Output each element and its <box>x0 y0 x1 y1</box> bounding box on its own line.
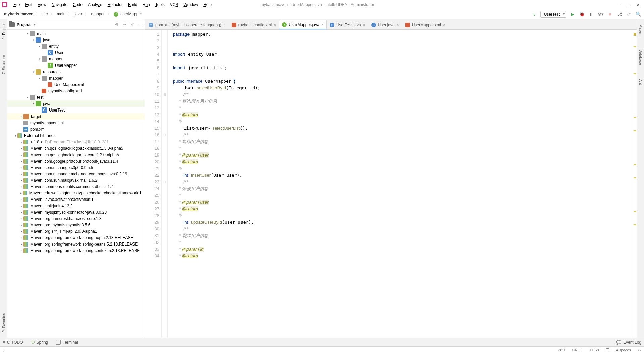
tree-mapper-res[interactable]: ▾mapper <box>7 75 145 81</box>
crumb-main[interactable]: main <box>55 11 67 17</box>
tree-library[interactable]: ▸Maven: javax.activation:activation:1.1 <box>7 196 145 203</box>
tree-library[interactable]: ▸Maven: org.mybatis:mybatis:3.5.6 <box>7 222 145 228</box>
search-button[interactable]: 🔍 <box>635 11 641 17</box>
tree-library[interactable]: ▸Maven: org.springframework:spring-beans… <box>7 241 145 247</box>
tree-library[interactable]: ▸Maven: org.springframework:spring-conte… <box>7 247 145 254</box>
maximize-button[interactable]: □ <box>628 2 630 7</box>
status-encoding[interactable]: UTF-8 <box>589 348 599 352</box>
tree-library[interactable]: ▸Maven: com.sun.mail:javax.mail:1.6.2 <box>7 177 145 183</box>
tool-maven[interactable]: Maven <box>639 22 643 37</box>
tab-user-java[interactable]: CUser.java× <box>368 20 402 29</box>
tab-usertest-java[interactable]: CUserTest.java× <box>327 20 368 29</box>
tree-library[interactable]: ▸Maven: org.springframework:spring-aop:5… <box>7 234 145 241</box>
tree-usermapper[interactable]: IUserMapper <box>7 62 145 69</box>
menu-vcs[interactable]: VCS <box>168 1 180 8</box>
tab-mybatis-config[interactable]: mybatis-config.xml× <box>229 20 279 29</box>
tree-library[interactable]: ▸Maven: commons-dbutils:commons-dbutils:… <box>7 183 145 190</box>
crumb-project[interactable]: mybatis-maven <box>3 11 35 17</box>
tree-external-libraries[interactable]: ▾External Libraries <box>7 132 145 139</box>
tree-jdk[interactable]: ▸< 1.8 >D:\Program Files\Java\jdk1.8.0_2… <box>7 139 145 145</box>
update-button[interactable]: ⟳ <box>626 11 632 17</box>
tool-spring[interactable]: ⬡Spring <box>31 340 48 345</box>
close-tab-icon[interactable]: × <box>363 23 365 27</box>
tree-library[interactable]: ▸Maven: mysql:mysql-connector-java:8.0.2… <box>7 209 145 215</box>
status-position[interactable]: 38:1 <box>558 348 565 352</box>
tree-library[interactable]: ▸Maven: org.hamcrest:hamcrest-core:1.3 <box>7 215 145 222</box>
tree-target[interactable]: ▸target <box>7 113 145 120</box>
status-readonly-icon[interactable] <box>606 348 609 352</box>
tree-test-java[interactable]: ▾java <box>7 100 145 107</box>
close-button[interactable]: ✕ <box>636 2 640 7</box>
run-config-selector[interactable]: UserTest <box>540 11 566 18</box>
tab-usermapper-xml[interactable]: UserMapper.xml× <box>402 20 448 29</box>
tree-library[interactable]: ▸Maven: edu.washington.cs.types.checker:… <box>7 190 145 196</box>
locate-icon[interactable]: ⊕ <box>115 22 119 27</box>
collapse-icon[interactable]: ⇥ <box>123 22 126 27</box>
minimize-button[interactable]: — <box>617 2 622 7</box>
status-line-sep[interactable]: CRLF <box>572 348 582 352</box>
build-icon[interactable]: ↘ <box>531 11 537 17</box>
code-editor[interactable]: package mapper; import entity.User; impo… <box>168 30 633 338</box>
tab-pom[interactable]: mpom.xml (mybatis-operate-fangneng)× <box>146 20 229 29</box>
tool-favorites[interactable]: 2: Favorites <box>2 311 6 334</box>
tree-library[interactable]: ▸Maven: ch.qos.logback:logback-classic:1… <box>7 145 145 151</box>
tool-terminal[interactable]: Terminal <box>56 340 78 345</box>
tree-library[interactable]: ▸Maven: ch.qos.logback:logback-core:1.3.… <box>7 151 145 158</box>
stop-button[interactable]: ■ <box>607 11 613 17</box>
menu-analyze[interactable]: Analyze <box>86 1 104 8</box>
tree-iml[interactable]: mybatis-maven.iml <box>7 120 145 126</box>
tool-ant[interactable]: Ant <box>639 77 643 87</box>
status-inspections-icon[interactable]: ☺ <box>638 348 641 352</box>
debug-button[interactable]: 🐞 <box>579 11 585 17</box>
run-button[interactable]: ▶ <box>570 11 576 17</box>
git-button[interactable]: ⎇ <box>616 11 623 17</box>
tree-usermapper-xml[interactable]: UserMapper.xml <box>7 81 145 88</box>
menu-help[interactable]: Help <box>201 1 214 8</box>
tree-entity[interactable]: ▾entity <box>7 43 145 49</box>
tree-main[interactable]: ▾main <box>7 30 145 37</box>
project-title[interactable]: Project ▾ <box>9 22 36 27</box>
tree-pom[interactable]: mpom.xml <box>7 126 145 132</box>
menu-navigate[interactable]: Navigate <box>50 1 69 8</box>
tool-eventlog[interactable]: 💬Event Log <box>616 340 641 345</box>
menu-file[interactable]: File <box>11 1 22 8</box>
crumb-java[interactable]: java <box>73 11 83 17</box>
crumb-class[interactable]: IUserMapper <box>112 11 143 17</box>
close-tab-icon[interactable]: × <box>321 22 324 27</box>
tree-test[interactable]: ▾test <box>7 94 145 100</box>
tree-library[interactable]: ▸Maven: com.mchange:c3p0:0.9.5.5 <box>7 164 145 171</box>
tool-project[interactable]: 1: Project <box>2 21 6 41</box>
close-tab-icon[interactable]: × <box>223 23 226 27</box>
tree-library[interactable]: ▸Maven: junit:junit:4.13.2 <box>7 203 145 209</box>
menu-view[interactable]: View <box>36 1 48 8</box>
tree-library[interactable]: ▸Maven: com.mchange:mchange-commons-java… <box>7 171 145 177</box>
project-tree[interactable]: ▾main ▾java ▾entity CUser ▾mapper IUserM… <box>7 30 145 338</box>
close-tab-icon[interactable]: × <box>397 23 399 27</box>
tool-database[interactable]: Database <box>639 47 643 67</box>
tool-todo[interactable]: ≡6: TODO <box>3 340 23 345</box>
tab-usermapper-java[interactable]: IUserMapper.java× <box>279 20 327 29</box>
menu-code[interactable]: Code <box>71 1 85 8</box>
tree-java[interactable]: ▾java <box>7 37 145 43</box>
menu-refactor[interactable]: Refactor <box>106 1 125 8</box>
settings-icon[interactable]: ✲ <box>130 22 134 27</box>
close-tab-icon[interactable]: × <box>274 23 276 27</box>
menu-tools[interactable]: Tools <box>153 1 167 8</box>
marker-strip[interactable] <box>633 30 637 338</box>
tree-user[interactable]: CUser <box>7 49 145 56</box>
tree-mybatis-cfg[interactable]: mybatis-config.xml <box>7 88 145 94</box>
tool-structure[interactable]: 7: Structure <box>2 53 6 76</box>
tree-library[interactable]: ▸Maven: org.slf4j:slf4j-api:2.0.0-alpha1 <box>7 228 145 234</box>
tree-mapper-pkg[interactable]: ▾mapper <box>7 56 145 62</box>
menu-run[interactable]: Run <box>141 1 152 8</box>
tree-resources[interactable]: ▾resources <box>7 69 145 75</box>
tree-library[interactable]: ▸Maven: com.google.protobuf:protobuf-jav… <box>7 158 145 164</box>
crumb-src[interactable]: src <box>41 11 49 17</box>
menu-build[interactable]: Build <box>126 1 139 8</box>
close-tab-icon[interactable]: × <box>443 23 445 27</box>
profile-button[interactable]: ⊙▾ <box>598 11 604 17</box>
tree-usertest[interactable]: CUserTest <box>7 107 145 113</box>
hide-icon[interactable]: — <box>138 22 143 27</box>
menu-edit[interactable]: Edit <box>23 1 34 8</box>
status-indent[interactable]: 4 spaces <box>616 348 631 352</box>
